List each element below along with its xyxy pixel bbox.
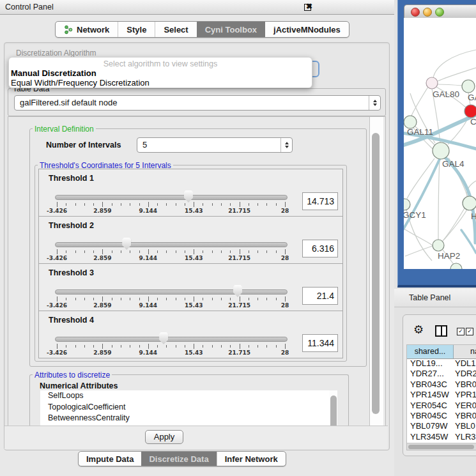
horizontal-scrollbar[interactable] [407,443,476,450]
apply-toolbar [4,426,388,449]
threshold-row: Threshold 4 -3.4262.8599.14415.4321.7152… [38,311,343,358]
combo-spinner-icon[interactable] [280,138,292,152]
tab-network[interactable]: Network [56,22,118,37]
attribute-list-item[interactable]: SelfLoops [40,390,329,402]
slider-ticks [39,344,342,349]
slider-thumb[interactable] [184,190,193,203]
tab-style[interactable]: Style [118,22,155,37]
tab-impute-data[interactable]: Impute Data [79,452,141,466]
zoom-traffic-light-icon[interactable] [435,8,444,17]
attribute-list-item[interactable]: BetweennessCentrality [40,413,329,424]
tab-cyni-toolbox[interactable]: Cyni Toolbox [197,22,265,37]
attributes-list[interactable]: SelfLoopsTopologicalCoefficientBetweenne… [40,390,329,426]
scrollbar-thumb[interactable] [408,445,474,449]
threshold-value-field[interactable]: 14.713 [302,192,338,210]
slider-track[interactable] [55,289,288,295]
network-node[interactable] [433,142,449,159]
panel-title: Control Panel [5,3,54,12]
network-window-titlebar[interactable] [404,4,476,19]
threshold-label: Threshold 3 [49,268,94,277]
threshold-value-field[interactable]: 6.316 [302,240,338,257]
network-view-canvas[interactable]: GAL80GACGAL11GAL4GCY1HHAP2 [404,18,476,269]
node-attribute-table: shared... na YDL19...YDL1YDR27...YDR2YBR… [406,344,476,450]
dropdown-option-manual[interactable]: Manual Discretization [11,68,96,78]
slider-thumb[interactable] [233,285,242,297]
minimize-traffic-light-icon[interactable] [423,8,432,17]
network-node[interactable] [450,263,462,269]
threshold-value-field[interactable]: 11.344 [302,334,338,352]
slider-thumb[interactable] [122,238,131,250]
threshold-value-field[interactable]: 21.4 [302,287,338,305]
app-root: Control Panel ✖ Network Style Select Cyn… [0,0,476,476]
num-intervals-value: 5 [142,140,147,150]
slider-tick-labels: -3.4262.8599.14415.4321.71528 [39,349,342,357]
table-row[interactable]: YBR045CYBR0 [407,411,476,421]
close-traffic-light-icon[interactable] [411,8,420,17]
slider-ticks [39,202,342,208]
network-node[interactable] [404,116,417,128]
threshold-row: Threshold 1 -3.4262.8599.14415.4321.7152… [38,169,343,217]
network-node-label: GAL11 [407,127,433,137]
slider-tick-labels: -3.4262.8599.14415.4321.71528 [39,208,342,215]
column-header-shared-name[interactable]: shared... [407,345,454,358]
threshold-label: Threshold 1 [49,174,94,183]
slider-track[interactable] [55,195,288,200]
table-row[interactable]: YER054CYER0 [407,401,476,411]
tab-discretize-data[interactable]: Discretize Data [141,452,216,466]
apply-button[interactable]: Apply [145,430,183,444]
vertical-scrollbar[interactable] [369,117,383,426]
table-row[interactable]: YLR345WYLR3 [407,432,476,442]
combo-spinner-icon[interactable] [369,96,380,110]
table-data-combobox[interactable]: galFiltered.sif default node [14,95,381,111]
checkbox-icon[interactable]: ✓ [466,328,473,335]
attributes-group-title: Attributes to discretize [33,371,112,380]
network-node[interactable] [426,77,438,89]
network-node-label: H [471,211,476,221]
network-node[interactable] [462,80,475,93]
dropdown-hint: Select algorithm to view settings [9,59,312,68]
tab-select[interactable]: Select [155,22,196,37]
network-node[interactable] [404,199,410,210]
slider-track[interactable] [55,242,288,247]
table-panel-titlebar: Table Panel [394,289,476,307]
table-panel-body: ⚙ ✓ ✓ shared... na YDL19...YDL1YDR27...Y… [403,314,476,456]
checkbox-icon[interactable]: ✓ [457,328,464,335]
table-panel-title: Table Panel [409,293,450,302]
attributes-scrollbar[interactable] [329,390,337,426]
column-header-name[interactable]: na [454,345,476,358]
table-row[interactable]: YBR043CYBR0 [407,380,476,390]
network-nodes[interactable]: GAL80GACGAL11GAL4GCY1HHAP2 [404,77,476,269]
slider-track[interactable] [55,337,288,342]
slider-thumb[interactable] [159,332,168,344]
table-row[interactable]: YDR27...YDR2 [407,369,476,379]
bottom-tab-bar: Impute Data Discretize Data Infer Networ… [78,451,286,466]
close-icon[interactable]: ✖ [306,2,312,11]
table-row[interactable]: YBL079WYBL0 [407,421,476,431]
table-row[interactable]: YPR145WYPR1 [407,390,476,400]
network-node[interactable] [464,105,476,118]
scrollbar-thumb[interactable] [372,133,380,414]
network-node-label: GA [468,93,476,102]
network-node[interactable] [433,240,444,251]
slider-tick-labels: -3.4262.8599.14415.4321.71528 [39,255,342,262]
network-node[interactable] [463,196,476,210]
tab-jactivemnodules[interactable]: jActiveMNodules [265,22,349,37]
split-columns-icon[interactable] [435,325,447,337]
network-icon [64,25,73,35]
gear-icon[interactable]: ⚙ [413,324,424,335]
num-intervals-combobox[interactable]: 5 [137,137,293,153]
network-node-label: GAL4 [442,159,464,169]
interval-definition-title: Interval Definition [33,125,96,134]
network-node-label: GCY1 [404,210,426,220]
attribute-list-item[interactable]: TopologicalCoefficient [40,402,329,413]
table-header-row: shared... na [407,345,476,359]
dropdown-option-equal-width[interactable]: Equal Width/Frequency Discretization [11,78,150,88]
slider-ticks [39,296,342,302]
control-panel-titlebar: Control Panel ✖ [0,0,395,15]
scrollbar-thumb[interactable] [330,395,337,426]
threshold-row: Threshold 3 -3.4262.8599.14415.4321.7152… [38,263,343,311]
table-row[interactable]: YDL19...YDL1 [407,358,476,369]
tab-infer-network[interactable]: Infer Network [217,452,286,466]
slider-ticks [39,249,342,255]
network-node-label: HAP2 [438,251,460,261]
